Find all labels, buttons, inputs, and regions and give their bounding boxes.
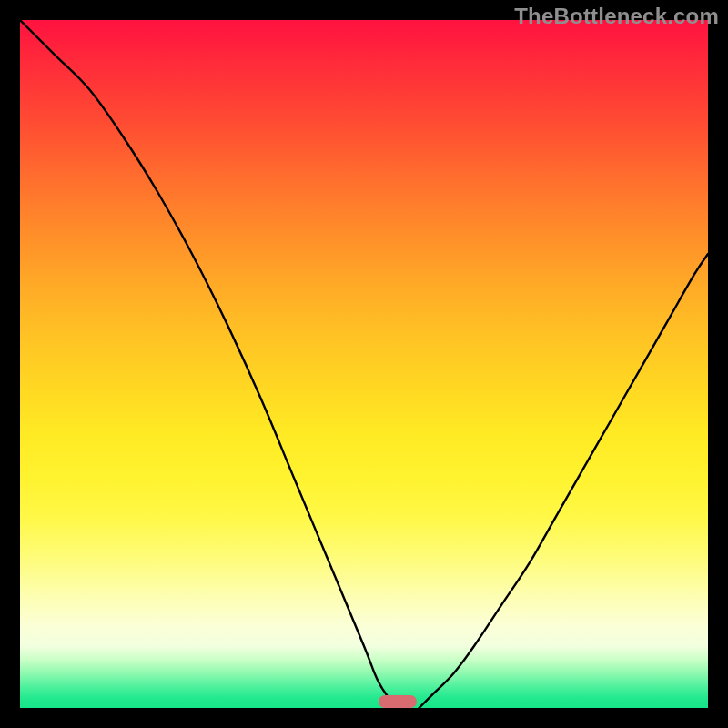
watermark-text: TheBottleneck.com [514, 4, 719, 29]
plot-area [20, 20, 708, 708]
bottleneck-curve [20, 20, 708, 708]
minimum-marker [379, 695, 417, 708]
chart-frame: TheBottleneck.com [0, 0, 728, 728]
